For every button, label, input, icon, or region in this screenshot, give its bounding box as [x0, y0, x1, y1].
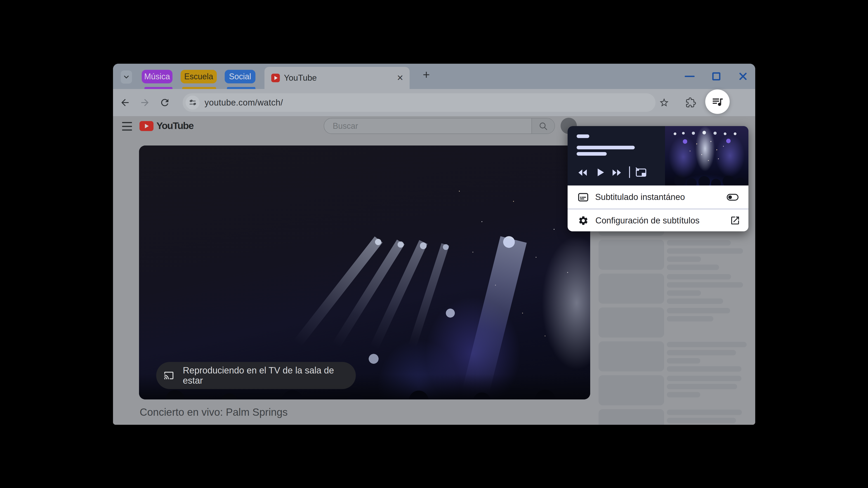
skeleton-line: [667, 308, 730, 313]
text-skeleton-lines: [667, 308, 730, 324]
skeleton-line: [667, 376, 741, 381]
open-in-new-icon: [730, 215, 740, 226]
maximize-icon: [712, 72, 720, 80]
related-video-skeleton: [598, 375, 748, 405]
text-skeleton-lines: [667, 376, 741, 400]
extensions-puzzle-icon[interactable]: [686, 97, 696, 108]
media-text-skeleton: [577, 152, 607, 156]
menu-hamburger-icon[interactable]: [122, 122, 132, 131]
cast-icon: [163, 370, 175, 381]
video-title: Concierto en vivo: Palm Springs: [140, 406, 288, 418]
tab-group-social[interactable]: Social: [225, 70, 255, 84]
tab-group-line-escuela: [182, 87, 216, 89]
thumbnail-skeleton: [598, 341, 664, 371]
skeleton-line: [667, 248, 743, 254]
skeleton-line: [667, 298, 723, 304]
skeleton-line: [667, 265, 719, 270]
controls-divider: [629, 166, 630, 178]
tab-search-button[interactable]: [121, 70, 132, 84]
youtube-favicon: [271, 74, 280, 82]
skeleton-line: [667, 410, 742, 415]
back-icon[interactable]: [120, 97, 130, 108]
toggle-knob: [728, 195, 732, 199]
chevron-down-icon: [123, 73, 130, 81]
text-skeleton-lines: [667, 240, 743, 273]
tab-close-icon[interactable]: ✕: [396, 74, 404, 82]
tab-group-line-musica: [145, 87, 173, 89]
live-caption-row[interactable]: Subtitulado instantáneo: [567, 186, 748, 209]
thumbnail-skeleton: [598, 409, 664, 425]
tab-group-musica[interactable]: Música: [142, 70, 173, 84]
caption-settings-row[interactable]: Configuración de subtítulos: [567, 210, 748, 231]
tab-label: YouTube: [284, 73, 317, 83]
video-player[interactable]: Reproduciendo en el TV de la sala de est…: [139, 145, 590, 399]
thumbnail-skeleton: [598, 273, 664, 304]
play-button[interactable]: [598, 168, 604, 176]
picture-in-picture-button[interactable]: [635, 167, 647, 177]
youtube-search-bar[interactable]: Buscar: [324, 118, 555, 134]
skeleton-line: [667, 256, 701, 262]
caption-box-icon: [578, 193, 588, 202]
light-beam: [462, 236, 527, 395]
related-video-skeleton: [598, 240, 748, 270]
skeleton-line: [667, 342, 747, 347]
next-track-button[interactable]: [612, 169, 621, 176]
video-frame: [139, 145, 590, 399]
skeleton-line: [667, 392, 700, 397]
close-window-button[interactable]: [738, 71, 748, 81]
cast-status-text: Reproduciendo en el TV de la sala de est…: [183, 365, 356, 386]
media-session-card: [567, 126, 748, 186]
caption-settings-panel: Subtitulado instantáneo Configuración de…: [567, 186, 748, 231]
live-caption-toggle[interactable]: [727, 194, 739, 201]
skeleton-line: [667, 366, 741, 372]
window-controls: [685, 64, 749, 89]
text-skeleton-lines: [667, 274, 743, 306]
thumbnail-skeleton: [598, 375, 664, 405]
browser-window: Música Escuela Social YouTube ✕ +: [113, 64, 755, 425]
close-icon: [738, 71, 748, 81]
search-placeholder: Buscar: [333, 121, 358, 131]
skeleton-line: [667, 240, 731, 246]
youtube-wordmark[interactable]: YouTube: [156, 120, 193, 131]
media-controls-popup: Subtitulado instantáneo Configuración de…: [567, 126, 748, 231]
cast-status-pill: Reproduciendo en el TV de la sala de est…: [156, 362, 356, 389]
related-video-skeleton: [598, 273, 748, 304]
address-bar[interactable]: youtube.com/watch/: [183, 93, 655, 112]
tab-group-line-social: [227, 87, 255, 89]
search-button[interactable]: [531, 119, 555, 133]
live-caption-label: Subtitulado instantáneo: [595, 192, 685, 202]
caption-settings-label: Configuración de subtítulos: [595, 216, 700, 225]
thumbnail-skeleton: [598, 240, 664, 270]
skeleton-line: [667, 290, 701, 296]
tab-strip: Música Escuela Social YouTube ✕ +: [113, 64, 755, 89]
skeleton-line: [667, 282, 743, 288]
site-settings-button[interactable]: [186, 96, 199, 109]
gear-icon: [578, 215, 589, 226]
new-tab-button[interactable]: +: [421, 69, 432, 80]
tune-icon: [188, 98, 197, 107]
text-skeleton-lines: [667, 410, 742, 425]
url-text[interactable]: youtube.com/watch/: [205, 98, 283, 107]
media-artwork: [665, 126, 748, 186]
skeleton-line: [667, 418, 736, 423]
queue-music-icon: [711, 95, 724, 108]
media-text-skeleton: [577, 146, 635, 149]
skeleton-line: [667, 274, 731, 280]
minimize-button[interactable]: [685, 71, 694, 81]
skeleton-line: [667, 350, 736, 355]
skeleton-line: [667, 316, 713, 322]
magnifier-icon: [538, 121, 548, 131]
tab-youtube[interactable]: YouTube ✕: [265, 67, 410, 89]
media-controls-button[interactable]: [705, 90, 730, 114]
tab-group-escuela[interactable]: Escuela: [181, 70, 217, 84]
minimize-icon: [685, 76, 694, 77]
bookmark-star-icon[interactable]: [659, 97, 669, 108]
maximize-button[interactable]: [711, 71, 721, 81]
youtube-logo-icon[interactable]: [140, 121, 153, 131]
previous-track-button[interactable]: [579, 169, 587, 176]
forward-icon[interactable]: [140, 97, 150, 108]
related-video-skeleton: [598, 307, 748, 337]
related-video-skeleton: [598, 341, 748, 371]
skeleton-line: [667, 358, 700, 363]
reload-icon[interactable]: [159, 97, 170, 108]
